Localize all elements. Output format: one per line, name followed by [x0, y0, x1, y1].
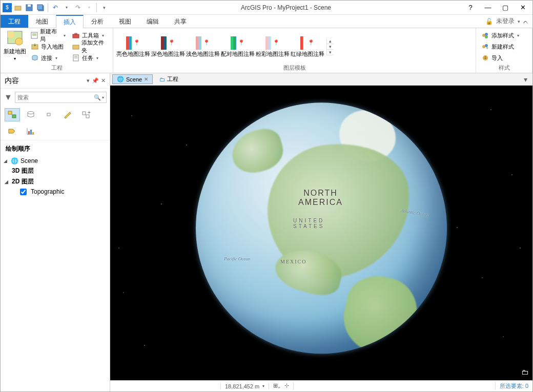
scale-value[interactable]: 18,821,452 m	[225, 383, 259, 389]
pane-dropdown-icon[interactable]: ▾	[87, 77, 90, 84]
qat-save-icon[interactable]	[24, 3, 34, 13]
toc-2d-layers[interactable]: ◢ 2D 图层	[12, 176, 107, 187]
collapse-ribbon-icon[interactable]: ᨈ	[523, 18, 528, 25]
caret-icon: ◢	[5, 179, 10, 184]
connect-button[interactable]: 连接▾	[29, 53, 68, 63]
selected-features[interactable]: 所选要素: 0	[495, 382, 532, 390]
tab-edit[interactable]: 编辑	[139, 15, 167, 28]
gallery-scroll-down-icon[interactable]: ▾	[327, 44, 334, 50]
toc-scene-label: Scene	[20, 157, 38, 164]
help-icon[interactable]: ?	[464, 3, 477, 13]
import-style-label: 导入	[491, 54, 503, 62]
toc-3d-layers[interactable]: 3D 图层	[12, 166, 107, 176]
filter-icon[interactable]: ▼	[4, 93, 13, 102]
list-by-draw-order-button[interactable]	[5, 108, 20, 121]
gallery-item-pastel[interactable]: 📍 粉彩地图注释	[256, 36, 290, 58]
login-dropdown-icon[interactable]: ▾	[518, 19, 520, 24]
add-style-label: 添加样式	[491, 32, 514, 39]
draw-order-heading: 绘制顺序	[1, 140, 110, 155]
search-input[interactable]	[17, 94, 94, 100]
layer-visibility-checkbox[interactable]	[20, 189, 27, 195]
toolbox-icon	[72, 31, 80, 39]
search-dropdown-icon[interactable]: ▾	[102, 95, 104, 100]
search-input-container[interactable]: 🔍 ▾	[15, 92, 107, 103]
new-style-button[interactable]: + 新建样式	[479, 42, 521, 52]
ribbon-group-styles-label: 样式	[479, 63, 529, 73]
contents-title: 内容	[5, 76, 19, 86]
gallery-item-light[interactable]: 📍 浅色地图注释	[186, 36, 220, 58]
add-folder-button[interactable]: 添加文件夹	[70, 42, 110, 52]
qat-saveall-icon[interactable]	[35, 3, 46, 13]
redo-dropdown-icon[interactable]: ▾	[84, 3, 94, 13]
globe[interactable]: NORTHAMERICA UNITEDSTATES MEXICO Pacific…	[196, 102, 447, 354]
qat-customize-icon[interactable]: ▾	[99, 3, 109, 13]
add-folder-label: 添加文件夹	[81, 39, 108, 54]
toc-topographic[interactable]: Topographic	[20, 187, 107, 196]
svg-rect-39	[303, 36, 306, 50]
folder-icon	[72, 43, 79, 51]
undo-dropdown-icon[interactable]: ▾	[61, 3, 72, 13]
list-by-chart-button[interactable]	[23, 125, 38, 138]
add-style-button[interactable]: 添加样式▾	[479, 30, 521, 40]
list-by-editing-button[interactable]	[60, 108, 75, 121]
swatch-icon: 📍	[196, 36, 210, 50]
gallery-item-dark[interactable]: 📍 深色地图注释	[151, 36, 185, 58]
svg-rect-12	[73, 34, 79, 38]
import-icon	[31, 43, 39, 51]
close-icon[interactable]: ✕	[516, 3, 529, 13]
qat-app-icon[interactable]: $	[3, 3, 12, 12]
view-tab-project[interactable]: 🗀 工程	[155, 74, 183, 85]
new-map-button[interactable]: 新建地图 ▾	[4, 30, 27, 61]
list-by-snapping-button[interactable]: +	[78, 108, 94, 121]
svg-rect-2	[28, 5, 31, 7]
chevron-down-icon: ▾	[14, 56, 16, 61]
undo-icon[interactable]: ↶	[50, 3, 60, 13]
tasks-button[interactable]: 任务▾	[70, 53, 110, 63]
tasks-icon	[72, 54, 80, 62]
toc-scene[interactable]: ◢ 🌐 Scene	[4, 156, 107, 166]
view-tab-scene[interactable]: 🌐 Scene ✕	[112, 74, 153, 84]
search-icon[interactable]: 🔍	[94, 94, 101, 101]
tab-analysis[interactable]: 分析	[84, 15, 111, 28]
new-layout-button[interactable]: 新建布局▾	[29, 30, 68, 40]
view-menu-icon[interactable]: ▾	[521, 75, 530, 84]
import-style-button[interactable]: 导入	[479, 53, 521, 63]
list-by-source-button[interactable]	[23, 108, 38, 121]
tab-view[interactable]: 视图	[111, 15, 139, 28]
list-by-labeling-button[interactable]	[5, 125, 20, 138]
import-map-button[interactable]: 导入地图	[29, 42, 68, 52]
login-status[interactable]: 未登录	[496, 17, 515, 26]
qat-open-icon[interactable]	[13, 3, 23, 13]
svg-rect-9	[32, 33, 36, 36]
close-tab-icon[interactable]: ✕	[144, 76, 148, 82]
gallery-item-paired[interactable]: 📍 配对地图注释	[221, 36, 255, 58]
redo-icon[interactable]: ↷	[73, 3, 83, 13]
tab-file[interactable]: 工程	[1, 15, 28, 28]
gallery-item-bright[interactable]: 📍 亮色地图注释	[116, 36, 150, 58]
caret-icon: ◢	[4, 158, 9, 163]
tab-map[interactable]: 地图	[28, 15, 56, 28]
scene-viewport[interactable]: NORTHAMERICA UNITEDSTATES MEXICO Pacific…	[110, 86, 532, 380]
new-layout-label: 新建布局	[40, 28, 60, 43]
svg-rect-53	[83, 112, 86, 115]
snapping-grid-icon[interactable]: ⊞+	[273, 382, 280, 390]
svg-rect-30	[231, 36, 233, 50]
scale-dropdown-icon[interactable]: ▾	[262, 384, 264, 388]
svg-rect-14	[73, 45, 79, 49]
svg-rect-0	[15, 6, 21, 10]
list-by-selection-button[interactable]	[42, 108, 57, 121]
gallery-label: 粉彩地图注释	[256, 50, 290, 58]
gallery-expand-icon[interactable]: ▾	[327, 50, 334, 55]
tab-share[interactable]: 共享	[167, 15, 194, 28]
swatch-icon: 📍	[126, 36, 140, 50]
minimize-icon[interactable]: ―	[481, 3, 495, 13]
gallery-item-redgreen[interactable]: 📍 红绿地图注释	[291, 36, 324, 58]
snapping-constraint-icon[interactable]: ⊹	[284, 382, 289, 390]
gallery-scroll-up-icon[interactable]: ▴	[327, 38, 334, 44]
basemap-icon[interactable]: 🗀	[521, 368, 528, 376]
svg-rect-34	[265, 36, 268, 50]
pane-close-icon[interactable]: ✕	[101, 77, 106, 84]
tab-insert[interactable]: 插入	[56, 15, 84, 28]
maximize-icon[interactable]: ▢	[499, 3, 512, 13]
pane-pin-icon[interactable]: 📌	[92, 77, 99, 84]
